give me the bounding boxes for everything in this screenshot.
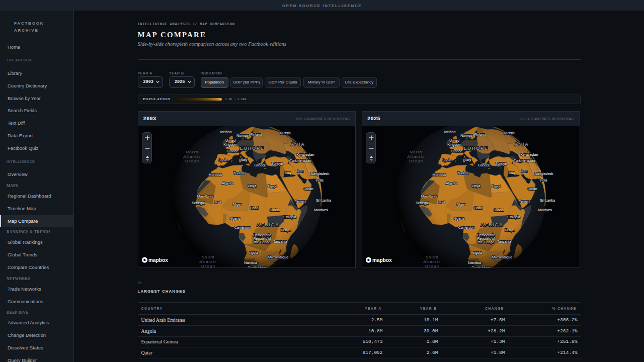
svg-text:Senegal: Senegal — [416, 201, 429, 205]
svg-text:Kenya: Kenya — [281, 228, 291, 232]
svg-text:India: India — [539, 178, 547, 182]
svg-text:Chad: Chad — [250, 206, 258, 210]
svg-text:Tunisia: Tunisia — [457, 171, 468, 175]
svg-text:Finland: Finland — [250, 133, 262, 136]
svg-text:Angola: Angola — [471, 251, 482, 255]
svg-text:Oman: Oman — [303, 187, 313, 191]
svg-text:Iraq: Iraq — [509, 171, 515, 175]
svg-text:United: United — [225, 139, 235, 142]
svg-text:Yemen: Yemen — [295, 200, 306, 203]
svg-text:France: France — [451, 149, 462, 153]
svg-text:mapbox: mapbox — [148, 257, 168, 263]
svg-text:France: France — [227, 149, 238, 153]
svg-text:Maldives: Maldives — [538, 208, 552, 212]
svg-text:Nigeria: Nigeria — [229, 217, 240, 221]
svg-text:Iceland: Iceland — [220, 130, 231, 134]
svg-text:Egypt: Egypt — [268, 185, 277, 189]
svg-text:Russia: Russia — [280, 131, 291, 135]
svg-text:India: India — [315, 178, 323, 182]
svg-text:United: United — [449, 139, 459, 142]
svg-text:Norway: Norway — [236, 134, 249, 138]
svg-text:Sudan: Sudan — [494, 208, 504, 212]
svg-text:Türkiye: Türkiye — [271, 162, 283, 166]
svg-text:Mozambique: Mozambique — [268, 255, 288, 259]
svg-text:Democratic: Democratic — [477, 233, 495, 237]
svg-text:Greece: Greece — [254, 163, 266, 167]
svg-text:Sri Lanka: Sri Lanka — [540, 199, 555, 202]
svg-text:Namibia: Namibia — [244, 261, 257, 264]
svg-text:Cameroon: Cameroon — [234, 226, 251, 229]
svg-text:Italy: Italy — [240, 158, 247, 162]
svg-text:Chad: Chad — [474, 206, 482, 210]
svg-text:Mali: Mali — [439, 201, 445, 204]
svg-text:Kyrgyzstan: Kyrgyzstan — [296, 153, 314, 157]
svg-text:Bangladesh: Bangladesh — [535, 172, 553, 176]
svg-text:Algeria: Algeria — [222, 182, 233, 186]
svg-text:Nigeria: Nigeria — [453, 217, 464, 221]
svg-text:Kingdom: Kingdom — [447, 143, 461, 147]
svg-text:SouthAtlanticOcean: SouthAtlanticOcean — [423, 255, 441, 267]
svg-text:Mozambique: Mozambique — [492, 255, 512, 259]
svg-text:Iran: Iran — [297, 169, 303, 173]
svg-text:Greece: Greece — [478, 163, 490, 167]
svg-text:Russia: Russia — [504, 131, 515, 135]
svg-text:the Congo: the Congo — [478, 240, 494, 244]
svg-text:ASIA: ASIA — [515, 141, 529, 147]
svg-text:Turkmenistan: Turkmenistan — [514, 159, 535, 162]
svg-text:Libya: Libya — [248, 184, 256, 188]
svg-text:Libya: Libya — [472, 184, 480, 188]
svg-text:Mauritania: Mauritania — [197, 195, 213, 198]
svg-text:Mali: Mali — [214, 201, 221, 204]
svg-text:Tanzania: Tanzania — [497, 240, 511, 243]
svg-text:Tunisia: Tunisia — [233, 171, 244, 175]
svg-text:Kyrgyzstan: Kyrgyzstan — [521, 153, 538, 157]
svg-text:Senegal: Senegal — [192, 201, 205, 205]
svg-text:Iraq: Iraq — [284, 171, 290, 175]
svg-text:Sri Lanka: Sri Lanka — [316, 199, 331, 202]
svg-text:Ethiopia: Ethiopia — [507, 215, 520, 219]
svg-text:Sudan: Sudan — [269, 208, 279, 212]
svg-text:Cameroon: Cameroon — [458, 226, 475, 229]
svg-text:Turkmenistan: Turkmenistan — [289, 159, 310, 162]
svg-text:Finland: Finland — [474, 133, 486, 136]
svg-text:Democratic: Democratic — [253, 233, 271, 237]
svg-text:Norway: Norway — [460, 134, 472, 138]
svg-text:the Congo: the Congo — [254, 240, 270, 244]
svg-text:Yemen: Yemen — [519, 200, 530, 203]
svg-text:South Africa: South Africa — [471, 266, 491, 268]
svg-text:Kenya: Kenya — [505, 228, 515, 232]
svg-text:Niger: Niger — [232, 203, 241, 207]
svg-text:Niger: Niger — [457, 203, 465, 207]
svg-text:Spain: Spain — [218, 158, 227, 162]
svg-text:Egypt: Egypt — [492, 185, 501, 189]
svg-text:EUROPE: EUROPE — [463, 145, 488, 151]
svg-text:Iran: Iran — [521, 169, 527, 173]
svg-text:AFRICA: AFRICA — [257, 222, 279, 227]
svg-text:Mauritania: Mauritania — [421, 195, 438, 198]
svg-text:Kingdom: Kingdom — [223, 143, 237, 147]
svg-text:Maldives: Maldives — [314, 208, 328, 212]
svg-text:South Africa: South Africa — [248, 266, 267, 268]
svg-text:Türkiye: Türkiye — [496, 162, 507, 166]
svg-text:Algeria: Algeria — [446, 182, 457, 186]
svg-text:Oman: Oman — [527, 187, 537, 191]
svg-text:Tanzania: Tanzania — [273, 240, 287, 243]
svg-text:NorthAtlanticOcean: NorthAtlanticOcean — [407, 150, 425, 163]
svg-text:Namibia: Namibia — [468, 261, 481, 264]
svg-text:Morocco: Morocco — [433, 173, 446, 176]
svg-text:Morocco: Morocco — [208, 173, 222, 176]
svg-text:NorthAtlanticOcean: NorthAtlanticOcean — [183, 150, 201, 163]
svg-text:AFRICA: AFRICA — [481, 222, 504, 227]
svg-text:EUROPE: EUROPE — [239, 145, 264, 151]
svg-text:Bangladesh: Bangladesh — [310, 172, 329, 176]
svg-text:Ethiopia: Ethiopia — [283, 215, 296, 219]
svg-text:Spain: Spain — [442, 158, 451, 162]
svg-text:SouthAtlanticOcean: SouthAtlanticOcean — [199, 255, 217, 267]
svg-text:ASIA: ASIA — [290, 141, 305, 147]
svg-text:Iceland: Iceland — [444, 130, 456, 134]
svg-text:mapbox: mapbox — [372, 257, 392, 263]
svg-text:Italy: Italy — [465, 158, 471, 162]
svg-text:Angola: Angola — [247, 251, 258, 255]
